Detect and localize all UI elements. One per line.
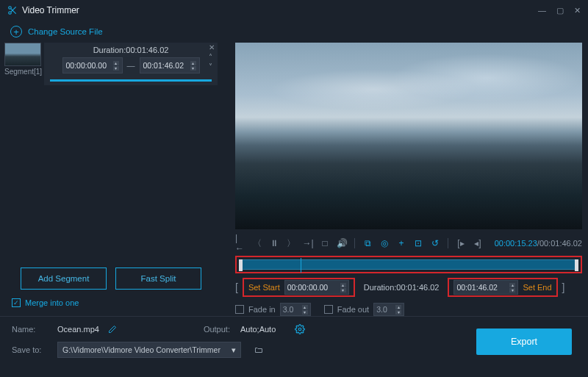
segment-up-icon[interactable]: ˄ [209,54,215,61]
prev-frame-icon[interactable]: 〈 [252,237,262,250]
trim-start-group: Set Start 00:00:00.00 ▴▾ [243,278,355,297]
spinner-up-icon[interactable]: ▴ [509,283,515,287]
merge-label: Merge into one [25,298,79,307]
segment-duration: Duration:00:01:46.02 [50,46,212,54]
trim-start-input[interactable]: 00:00:00.00 ▴▾ [284,280,349,295]
close-icon[interactable]: ✕ [574,6,581,15]
next-frame-icon[interactable]: 〉 [286,237,296,250]
minimize-icon[interactable]: — [538,6,546,15]
output-label: Output: [204,325,230,334]
playback-toolbar: |← 〈 ⏸ 〉 →| □ 🔊 ⧉ ◎ + ⊡ ↺ [▸ ◂] [235,234,582,253]
segment-start-input[interactable]: 00:00:00.00 ▴▾ [62,57,123,73]
svg-point-0 [9,7,12,10]
segment-row[interactable]: Segment[1] ✕ ˄ ˅ Duration:00:01:46.02 00… [0,43,222,85]
segment-close-icon[interactable]: ✕ [209,44,215,51]
spinner-up-icon[interactable]: ▴ [190,61,196,65]
bracket-right-icon: ] [562,281,565,293]
rename-icon[interactable] [108,325,117,334]
merge-checkbox[interactable]: ✓ [12,298,21,307]
snapshot-icon[interactable]: ◎ [379,238,390,248]
goto-end-icon[interactable]: →| [303,238,313,248]
segment-label: Segment[1] [4,68,41,76]
playhead[interactable] [301,258,301,273]
toolbar-divider [354,238,355,248]
segment-thumbnail[interactable] [4,43,41,66]
preview-panel: |← 〈 ⏸ 〉 →| □ 🔊 ⧉ ◎ + ⊡ ↺ [▸ ◂] [222,43,588,316]
timeline-track[interactable] [239,259,578,270]
add-marker-icon[interactable]: + [396,238,406,248]
spinner-up-icon[interactable]: ▴ [340,283,346,287]
trim-end-group: 00:01:46.02 ▴▾ Set End [448,278,557,297]
fade-out-input[interactable]: 3.0 ▴▾ [373,303,404,316]
set-end-button[interactable]: Set End [523,283,551,292]
fade-in-label: Fade in [248,305,276,314]
add-source-icon[interactable]: + [10,26,22,37]
chevron-down-icon[interactable]: ▾ [232,345,236,354]
bracket-left-icon: [ [235,281,238,293]
spinner-down-icon[interactable]: ▾ [190,66,196,71]
volume-icon[interactable]: 🔊 [337,238,347,248]
segment-progress [50,79,212,82]
fade-in-input[interactable]: 3.0 ▴▾ [280,303,311,316]
fade-in-checkbox[interactable] [235,305,244,314]
svg-point-1 [9,12,12,15]
output-value: Auto;Auto [240,325,276,334]
spinner-down-icon[interactable]: ▾ [395,310,401,315]
set-start-button[interactable]: Set Start [248,283,280,292]
trim-handle-start[interactable] [239,259,243,271]
set-in-icon[interactable]: [▸ [456,238,466,248]
output-bar: Name: Ocean.mp4 Output: Auto;Auto Save t… [0,316,588,376]
output-settings-icon[interactable] [295,324,305,334]
goto-start-icon[interactable]: |← [235,233,245,254]
time-display: 00:00:15.23/00:01:46.02 [495,239,582,248]
segment-panel: ✕ ˄ ˅ Duration:00:01:46.02 00:00:00.00 ▴… [44,43,218,85]
name-label: Name: [12,325,51,334]
range-dash: — [127,61,135,70]
stop-icon[interactable]: □ [320,238,330,248]
svg-point-4 [299,328,302,331]
spinner-down-icon[interactable]: ▾ [302,310,308,315]
fade-out-label: Fade out [337,305,369,314]
fade-out-checkbox[interactable] [324,305,333,314]
video-preview[interactable] [235,43,582,229]
play-pause-icon[interactable]: ⏸ [269,238,279,248]
change-source-link[interactable]: Change Source File [28,27,103,36]
fast-split-button[interactable]: Fast Split [115,268,201,290]
save-path-dropdown[interactable]: G:\Vidmore\Vidmore Video Converter\Trimm… [57,342,241,358]
maximize-icon[interactable]: ▢ [556,6,564,15]
undo-icon[interactable]: ↺ [430,238,440,248]
open-folder-icon[interactable] [253,345,265,354]
set-out-icon[interactable]: ◂] [473,238,483,248]
spinner-up-icon[interactable]: ▴ [113,61,119,65]
trim-handle-end[interactable] [575,259,578,271]
spinner-down-icon[interactable]: ▾ [340,288,346,292]
source-bar: + Change Source File [0,21,588,43]
spinner-up-icon[interactable]: ▴ [302,305,308,309]
spinner-up-icon[interactable]: ▴ [395,305,401,309]
export-button[interactable]: Export [476,328,572,355]
titlebar: Video Trimmer — ▢ ✕ [0,0,588,21]
toolbar-divider [448,238,448,248]
spinner-down-icon[interactable]: ▾ [113,66,119,71]
add-segment-button[interactable]: Add Segment [21,268,107,290]
trim-duration-label: Duration:00:01:46.02 [364,283,440,292]
app-title: Video Trimmer [22,5,538,15]
segments-panel: Segment[1] ✕ ˄ ˅ Duration:00:01:46.02 00… [0,43,222,316]
copy-icon[interactable]: ⧉ [362,238,373,248]
timeline-highlight [235,256,582,273]
app-logo-icon [7,5,18,15]
name-value: Ocean.mp4 [57,325,99,334]
segment-down-icon[interactable]: ˅ [209,63,215,71]
split-icon[interactable]: ⊡ [413,238,423,248]
trim-end-input[interactable]: 00:01:46.02 ▴▾ [453,280,518,295]
segment-end-input[interactable]: 00:01:46.02 ▴▾ [140,57,200,73]
save-to-label: Save to: [12,345,51,354]
spinner-down-icon[interactable]: ▾ [509,288,515,292]
